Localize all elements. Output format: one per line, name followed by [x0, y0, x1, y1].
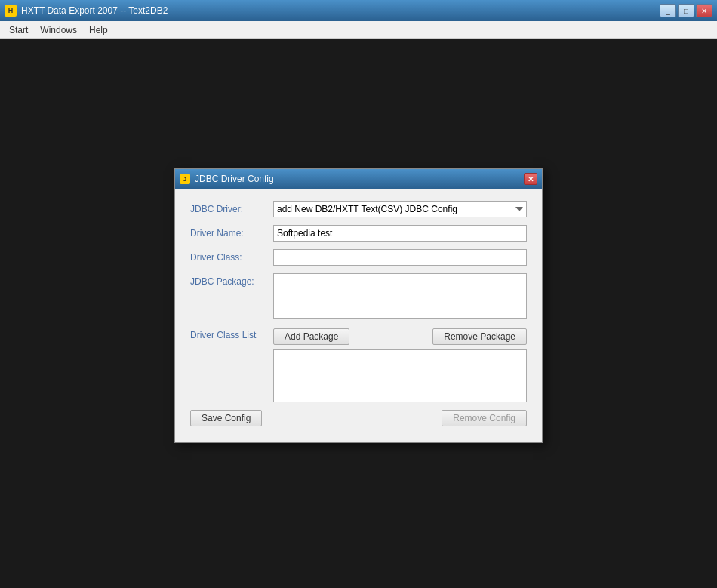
jdbc-package-textarea[interactable] [273, 273, 527, 319]
app-window: H HXTT Data Export 2007 -- Text2DB2 _ □ … [0, 0, 717, 588]
add-package-button[interactable]: Add Package [273, 328, 349, 345]
remove-config-button[interactable]: Remove Config [442, 410, 527, 426]
menu-bar: Start Windows Help [0, 21, 717, 39]
jdbc-driver-row: JDBC Driver: add New DB2/HXTT Text(CSV) … [190, 201, 527, 217]
driver-class-right: Add Package Remove Package [273, 328, 527, 402]
driver-name-input[interactable] [273, 225, 527, 242]
driver-class-list[interactable] [273, 349, 527, 402]
save-config-button[interactable]: Save Config [190, 410, 262, 426]
driver-class-list-label: Driver Class List [190, 328, 273, 340]
jdbc-package-wrapper [273, 273, 527, 321]
driver-name-row: Driver Name: [190, 225, 527, 242]
app-title: HXTT Data Export 2007 -- Text2DB2 [21, 5, 660, 16]
jdbc-package-label: JDBC Package: [190, 273, 273, 287]
app-icon: H [5, 5, 17, 17]
driver-class-input[interactable] [273, 249, 527, 266]
menu-windows[interactable]: Windows [34, 23, 83, 37]
jdbc-driver-label: JDBC Driver: [190, 204, 273, 214]
dialog-icon: J [180, 174, 190, 184]
jdbc-driver-config-dialog: J JDBC Driver Config ✕ JDBC Driver: add … [174, 168, 543, 443]
jdbc-package-row: JDBC Package: [190, 273, 527, 321]
minimize-button[interactable]: _ [660, 4, 676, 17]
bottom-buttons-row: Save Config Remove Config [190, 410, 527, 426]
jdbc-driver-select[interactable]: add New DB2/HXTT Text(CSV) JDBC Config [273, 201, 527, 217]
package-buttons-row: Add Package Remove Package [273, 328, 527, 345]
title-bar: H HXTT Data Export 2007 -- Text2DB2 _ □ … [0, 0, 717, 21]
dialog-body: JDBC Driver: add New DB2/HXTT Text(CSV) … [175, 189, 542, 442]
dialog-title-bar: J JDBC Driver Config ✕ [175, 169, 542, 189]
window-controls: _ □ ✕ [660, 4, 712, 17]
menu-start[interactable]: Start [3, 23, 34, 37]
driver-name-wrapper [273, 225, 527, 242]
main-area: Softpedia J JDBC Driver Config ✕ JDBC Dr… [0, 39, 717, 588]
driver-name-label: Driver Name: [190, 228, 273, 239]
close-button[interactable]: ✕ [696, 4, 712, 17]
dialog-close-button[interactable]: ✕ [524, 173, 537, 185]
driver-class-list-row: Driver Class List Add Package Remove Pac… [190, 328, 527, 402]
driver-class-wrapper [273, 249, 527, 266]
driver-class-label: Driver Class: [190, 252, 273, 263]
dialog-title: JDBC Driver Config [195, 174, 524, 184]
driver-class-row: Driver Class: [190, 249, 527, 266]
maximize-button[interactable]: □ [678, 4, 694, 17]
jdbc-driver-wrapper: add New DB2/HXTT Text(CSV) JDBC Config [273, 201, 527, 217]
menu-help[interactable]: Help [83, 23, 114, 37]
remove-package-button[interactable]: Remove Package [432, 328, 527, 345]
